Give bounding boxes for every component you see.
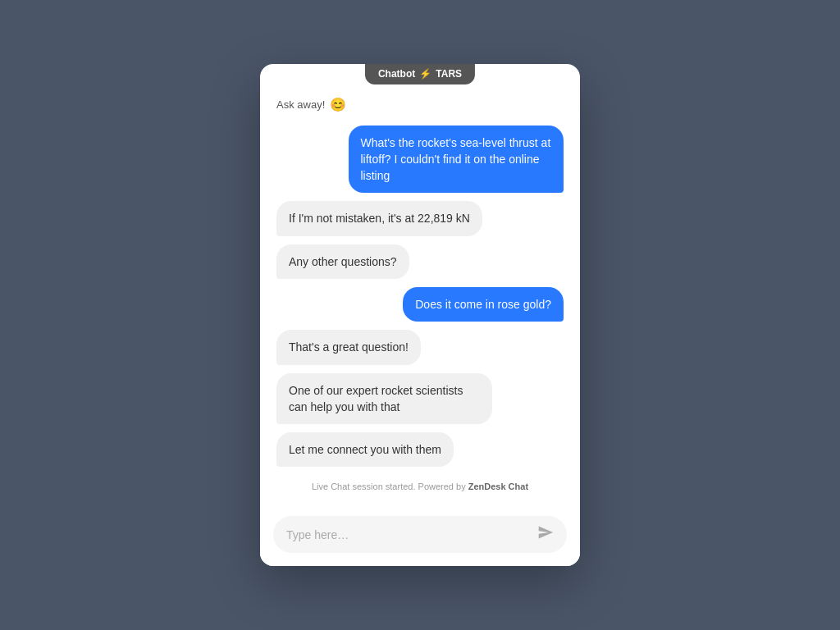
send-icon (537, 524, 554, 545)
message-row-bot-5: Let me connect you with them (276, 432, 564, 467)
chatbot-name: TARS (436, 68, 462, 80)
chat-messages: Ask away! 😊 What's the rocket's sea-leve… (260, 64, 580, 509)
bot-bubble-3: That's a great question! (276, 330, 421, 364)
message-row-bot-3: That's a great question! (276, 330, 564, 364)
ask-away-row: Ask away! 😊 (276, 97, 564, 112)
chat-input-area (260, 508, 580, 566)
divider-prefix: Live Chat session started. Powered by (312, 482, 466, 491)
send-button[interactable] (537, 524, 554, 545)
live-chat-divider: Live Chat session started. Powered by Ze… (276, 475, 564, 495)
smile-emoji: 😊 (330, 97, 346, 112)
user-bubble-2: Does it come in rose gold? (403, 287, 564, 322)
message-row-user-2: Does it come in rose gold? (276, 287, 564, 322)
chatbot-header-tab: Chatbot ⚡ TARS (365, 64, 475, 84)
user-bubble-1: What's the rocket's sea-level thrust at … (349, 126, 564, 194)
message-row-bot-1: If I'm not mistaken, it's at 22,819 kN (276, 201, 564, 235)
message-row-bot-2: Any other questions? (276, 244, 564, 279)
message-row-bot-4: One of our expert rocket scientists can … (276, 373, 564, 425)
bot-bubble-4: One of our expert rocket scientists can … (276, 373, 492, 425)
message-row-user-1: What's the rocket's sea-level thrust at … (276, 126, 564, 194)
bot-bubble-5: Let me connect you with them (276, 432, 454, 467)
ask-away-text: Ask away! (276, 98, 325, 111)
bot-bubble-2: Any other questions? (276, 244, 409, 279)
bot-bubble-1: If I'm not mistaken, it's at 22,819 kN (276, 201, 482, 235)
chat-input-row (273, 516, 567, 553)
chat-widget: Chatbot ⚡ TARS Ask away! 😊 What's the ro… (260, 64, 580, 567)
divider-brand: ZenDesk Chat (468, 482, 528, 491)
lightning-icon: ⚡ (419, 68, 431, 80)
chatbot-label: Chatbot (378, 68, 415, 80)
chat-text-input[interactable] (286, 528, 531, 541)
